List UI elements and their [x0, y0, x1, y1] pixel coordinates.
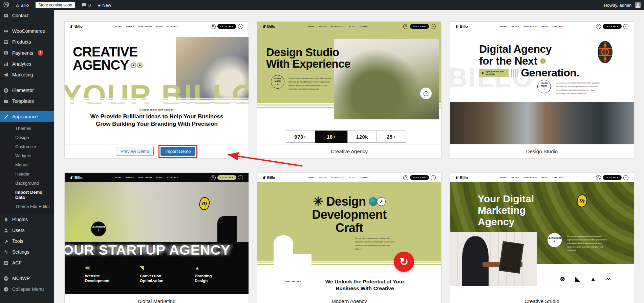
lets-talk-pill: LET'S TALK [410, 175, 429, 180]
sidebar-item-label: Users [12, 228, 25, 233]
demo-title: Design Studio [450, 144, 634, 158]
submenu-item-design[interactable]: Design [0, 133, 54, 142]
sidebar-item-settings[interactable]: Settings [0, 247, 54, 257]
sidebar-item-label: Analytics [12, 61, 31, 67]
site-name: Billo [20, 3, 29, 8]
mini-nav: HOMEPAGESPORTFOLIOBLOGCONTACT [500, 25, 563, 27]
mini-nav-item: PAGES [319, 177, 327, 179]
mini-nav-item: CONTACT [167, 25, 178, 27]
comments-menu[interactable]: 0 [78, 0, 94, 10]
mini-site-header: Billo HOMEPAGESPORTFOLIOBLOGCONTACT LET'… [257, 173, 441, 182]
sidebar-item-templates[interactable]: Templates [0, 96, 54, 107]
account-menu[interactable]: Howdy, admin [601, 0, 644, 10]
sidebar-item-appearance[interactable]: Appearance [0, 111, 54, 122]
hero-headline: Digital Agency for the Next ♛ Agency of … [479, 43, 579, 79]
menu-icon: ≡ [238, 175, 243, 180]
collapse-icon [3, 286, 9, 292]
submenu-item-customize[interactable]: Customize [0, 142, 54, 151]
woo-icon [3, 28, 9, 34]
wordpress-admin-page: ⌂ Billo Store coming soon 0 + New Howdy,… [0, 0, 644, 303]
billo-mark-shape [217, 216, 237, 242]
mini-nav-item: BLOG [156, 25, 163, 27]
submenu-item-theme-file-editor[interactable]: Theme File Editor [0, 202, 54, 211]
demo-preview-creative-agency-2: Billo HOMEPAGESPORTFOLIOBLOGCONTACT LET'… [257, 22, 441, 144]
hero-headline: Design Studio With Experience [266, 47, 350, 70]
mini-nav-item: BLOG [156, 177, 163, 179]
elementor-icon [3, 88, 9, 93]
section-kicker: // KNOW ABOUT OUR AGENCY [65, 109, 249, 111]
sidebar-item-label: MC4WP [12, 276, 30, 281]
mini-nav-item: CONTACT [167, 177, 178, 179]
tools-icon [3, 238, 9, 244]
mini-site-header: Billo HOMEPAGESPORTFOLIOBLOGCONTACT LET'… [65, 173, 249, 182]
preview-demo-button[interactable]: Preview Demo [116, 147, 154, 156]
sidebar-item-contact[interactable]: Contact [0, 10, 54, 21]
comments-icon [82, 2, 87, 8]
sidebar-item-mc4wp[interactable]: MC4WP [0, 273, 54, 284]
features-row: ≪WebsiteDevelopment◥ConversionOptimizati… [65, 258, 249, 294]
mini-nav: HOMEPAGESPORTFOLIOBLOGCONTACT [308, 177, 371, 179]
submenu-item-menus[interactable]: Menus [0, 160, 54, 169]
mini-nav-item: PORTFOLIO [331, 177, 345, 179]
submenu-item-background[interactable]: Background [0, 179, 54, 188]
demo-title: Creative Studio [450, 294, 634, 303]
stat-cell: 120k [347, 131, 377, 143]
sidebar-item-woocommerce[interactable]: WooCommerce [0, 26, 54, 37]
import-demo-button[interactable]: Import Demo [160, 147, 195, 156]
hero-headline: CREATIVE AGENCY [73, 45, 144, 72]
hero-body-text: At vero eos et accusamus et iusto odio d… [567, 234, 608, 252]
sidebar-item-collapse-menu[interactable]: Collapse Menu [0, 284, 54, 295]
mini-nav-item: HOME [115, 177, 122, 179]
mini-nav: HOMEPAGESPORTFOLIOBLOGCONTACT [115, 177, 178, 179]
sidebar-item-payments[interactable]: $Payments1 [0, 47, 54, 59]
box-icon [3, 39, 9, 45]
mini-nav-item: BLOG [349, 177, 355, 179]
avatar-chip [369, 197, 378, 206]
sidebar-item-marketing[interactable]: Marketing [0, 69, 54, 80]
sidebar-item-analytics[interactable]: Analytics [0, 59, 54, 69]
coming-soon-notice[interactable]: Store coming soon [32, 0, 78, 10]
sidebar-item-plugins[interactable]: Plugins [0, 214, 54, 225]
mini-nav-item: HOME [500, 25, 507, 27]
mini-nav-item: PAGES [319, 25, 327, 27]
payment-icon: $ [3, 50, 9, 56]
megaphone-icon [3, 72, 9, 77]
sidebar-item-label: Templates [12, 98, 34, 104]
submenu-item-themes[interactable]: Themes [0, 124, 54, 133]
menu-icon: ≡ [238, 24, 243, 29]
demo-card-digital-marketing: Billo HOMEPAGESPORTFOLIOBLOGCONTACT LET'… [64, 172, 249, 303]
mini-nav-item: BLOG [541, 177, 548, 179]
wordpress-logo-menu[interactable] [0, 0, 13, 10]
mini-nav-item: PAGES [512, 177, 519, 179]
sidebar-item-elementor[interactable]: Elementor [0, 85, 54, 96]
admin-bar: ⌂ Billo Store coming soon 0 + New Howdy,… [0, 0, 644, 10]
sidebar-item-acf[interactable]: ACF [0, 257, 54, 268]
mini-nav-item: HOME [115, 25, 122, 27]
smiley-sticker: ☺ [420, 88, 432, 99]
submenu-item-widgets[interactable]: Widgets [0, 151, 54, 160]
billo-logo: Billo [263, 176, 275, 180]
search-icon [403, 175, 408, 180]
mini-site-header: Billo HOMEPAGESPORTFOLIOBLOGCONTACT LET'… [257, 22, 441, 31]
client-logo-glyph: ⊗ [560, 275, 565, 283]
mc4wp-icon [3, 276, 9, 281]
sidebar-item-users[interactable]: Users [0, 225, 54, 236]
submenu-item-header[interactable]: Header [0, 169, 54, 179]
painting-shape [499, 241, 524, 274]
infinity-eyes-icon [130, 62, 144, 68]
menu-icon: ≡ [431, 24, 436, 29]
arrow-chip: ↗ [377, 197, 386, 206]
demo-title: Digital Marketing [65, 294, 249, 303]
hero-body-text: At vero eos et accusamus et iusto odio d… [556, 81, 600, 95]
submenu-item-import-demo-data[interactable]: Import Demo Data [0, 188, 54, 202]
new-content-menu[interactable]: + New [94, 0, 114, 10]
olive-dot-badge [540, 58, 546, 64]
sidebar-item-products[interactable]: Products [0, 37, 54, 47]
mini-nav: HOMEPAGESPORTFOLIOBLOGCONTACT [500, 177, 563, 179]
menu-separator [0, 107, 54, 111]
mini-nav-item: PORTFOLIO [331, 25, 345, 27]
demo-card-modern-agency: Billo HOMEPAGESPORTFOLIOBLOGCONTACT LET'… [257, 172, 442, 303]
sidebar-item-tools[interactable]: Tools [0, 236, 54, 247]
mini-nav-item: PORTFOLIO [524, 177, 537, 179]
site-menu[interactable]: ⌂ Billo [13, 0, 32, 10]
